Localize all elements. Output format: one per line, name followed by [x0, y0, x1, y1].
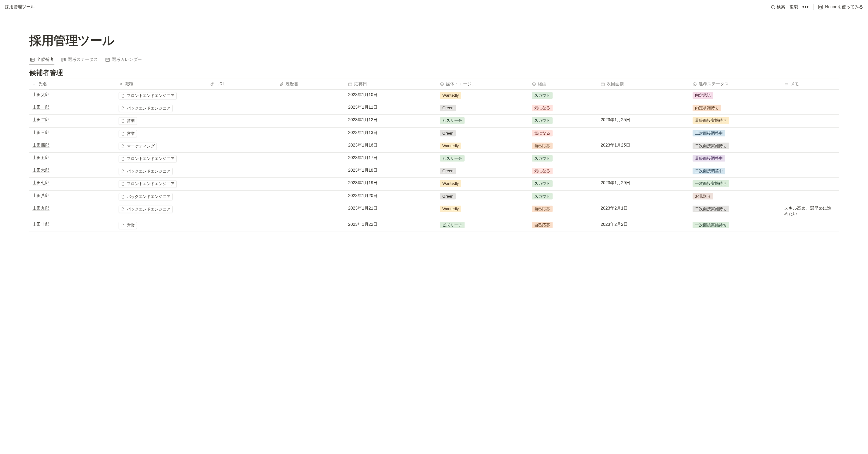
cell-apply-date[interactable]: 2023年1月11日 — [345, 102, 437, 115]
cell-resume[interactable] — [276, 140, 345, 152]
cell-media[interactable]: Green — [437, 127, 528, 140]
more-button[interactable]: ••• — [802, 4, 809, 10]
cell-status[interactable]: 最終面接調整中 — [689, 152, 781, 165]
role-chip[interactable]: 営業 — [119, 222, 137, 229]
table-row[interactable]: 山田四郎マーケティング2023年1月16日Wantedly自己応募2023年1月… — [29, 140, 839, 152]
cell-status[interactable]: 最終面接実施待ち — [689, 115, 781, 127]
cell-memo[interactable] — [781, 102, 839, 115]
role-chip[interactable]: バックエンドエンジニア — [119, 168, 173, 175]
cell-next-interview[interactable]: 2023年1月25日 — [597, 140, 689, 152]
col-header-apply-date[interactable]: 応募日 — [345, 79, 437, 90]
cell-media[interactable]: Wantedly — [437, 90, 528, 102]
col-header-memo[interactable]: メモ — [781, 79, 839, 90]
cell-apply-date[interactable]: 2023年1月16日 — [345, 140, 437, 152]
cell-url[interactable] — [207, 140, 276, 152]
cell-name[interactable]: 山田二郎 — [29, 115, 116, 127]
cell-memo[interactable] — [781, 115, 839, 127]
cell-apply-date[interactable]: 2023年1月13日 — [345, 127, 437, 140]
cell-status[interactable]: 二次面接調整中 — [689, 165, 781, 178]
cell-media[interactable]: Green — [437, 190, 528, 203]
cell-next-interview[interactable]: 2023年2月2日 — [597, 219, 689, 232]
cell-next-interview[interactable]: 2023年1月25日 — [597, 115, 689, 127]
cell-via[interactable]: 自己応募 — [529, 219, 597, 232]
table-row[interactable]: 山田八郎バックエンドエンジニア2023年1月20日Greenスカウトお見送り — [29, 190, 839, 203]
cell-status[interactable]: 内定承諾待ち — [689, 102, 781, 115]
tab-all-candidates[interactable]: 全候補者 — [29, 55, 54, 65]
cell-media[interactable]: ビズリーチ — [437, 152, 528, 165]
page-title[interactable]: 採用管理ツール — [29, 32, 839, 49]
cell-media[interactable]: ビズリーチ — [437, 219, 528, 232]
cell-url[interactable] — [207, 115, 276, 127]
col-header-media[interactable]: 媒体・エージ… — [437, 79, 528, 90]
cell-via[interactable]: スカウト — [529, 190, 597, 203]
cell-memo[interactable] — [781, 178, 839, 190]
cell-via[interactable]: スカウト — [529, 178, 597, 190]
cell-memo[interactable] — [781, 127, 839, 140]
cell-name[interactable]: 山田一郎 — [29, 102, 116, 115]
cell-resume[interactable] — [276, 165, 345, 178]
role-chip[interactable]: バックエンドエンジニア — [119, 105, 173, 112]
cell-role[interactable]: フロントエンドエンジニア — [116, 178, 207, 190]
role-chip[interactable]: バックエンドエンジニア — [119, 206, 173, 213]
col-header-name[interactable]: 氏名 — [29, 79, 116, 90]
cell-apply-date[interactable]: 2023年1月17日 — [345, 152, 437, 165]
cell-via[interactable]: 自己応募 — [529, 203, 597, 219]
cell-next-interview[interactable] — [597, 102, 689, 115]
cell-url[interactable] — [207, 127, 276, 140]
cell-name[interactable]: 山田三郎 — [29, 127, 116, 140]
tab-status[interactable]: 選考ステータス — [61, 55, 98, 65]
cell-name[interactable]: 山田六郎 — [29, 165, 116, 178]
role-chip[interactable]: 営業 — [119, 117, 137, 124]
cell-role[interactable]: 営業 — [116, 127, 207, 140]
cell-next-interview[interactable]: 2023年2月1日 — [597, 203, 689, 219]
cell-resume[interactable] — [276, 178, 345, 190]
col-header-via[interactable]: 経由 — [529, 79, 597, 90]
cell-name[interactable]: 山田七郎 — [29, 178, 116, 190]
cell-memo[interactable] — [781, 165, 839, 178]
cell-resume[interactable] — [276, 203, 345, 219]
cell-apply-date[interactable]: 2023年1月20日 — [345, 190, 437, 203]
table-row[interactable]: 山田一郎バックエンドエンジニア2023年1月11日Green気になる内定承諾待ち — [29, 102, 839, 115]
cell-apply-date[interactable]: 2023年1月19日 — [345, 178, 437, 190]
cell-apply-date[interactable]: 2023年1月12日 — [345, 115, 437, 127]
cell-via[interactable]: 気になる — [529, 102, 597, 115]
cell-media[interactable]: Green — [437, 165, 528, 178]
cell-memo[interactable] — [781, 190, 839, 203]
col-header-resume[interactable]: 履歴書 — [276, 79, 345, 90]
table-row[interactable]: 山田六郎バックエンドエンジニア2023年1月18日Green気になる二次面接調整… — [29, 165, 839, 178]
cell-via[interactable]: スカウト — [529, 115, 597, 127]
cell-url[interactable] — [207, 219, 276, 232]
cell-role[interactable]: マーケティング — [116, 140, 207, 152]
cell-resume[interactable] — [276, 127, 345, 140]
cell-apply-date[interactable]: 2023年1月21日 — [345, 203, 437, 219]
cell-status[interactable]: 内定承諾 — [689, 90, 781, 102]
cell-role[interactable]: バックエンドエンジニア — [116, 165, 207, 178]
cell-next-interview[interactable]: 2023年1月29日 — [597, 178, 689, 190]
cell-media[interactable]: Wantedly — [437, 203, 528, 219]
cell-apply-date[interactable]: 2023年1月22日 — [345, 219, 437, 232]
table-row[interactable]: 山田太郎フロントエンドエンジニア2023年1月10日Wantedlyスカウト内定… — [29, 90, 839, 102]
cell-name[interactable]: 山田十郎 — [29, 219, 116, 232]
cell-resume[interactable] — [276, 90, 345, 102]
role-chip[interactable]: フロントエンドエンジニア — [119, 155, 177, 163]
cell-role[interactable]: フロントエンドエンジニア — [116, 90, 207, 102]
cell-role[interactable]: バックエンドエンジニア — [116, 203, 207, 219]
col-header-next-interview[interactable]: 次回面接 — [597, 79, 689, 90]
cell-role[interactable]: 営業 — [116, 219, 207, 232]
cell-resume[interactable] — [276, 190, 345, 203]
cell-next-interview[interactable] — [597, 165, 689, 178]
cell-name[interactable]: 山田九郎 — [29, 203, 116, 219]
cell-next-interview[interactable] — [597, 90, 689, 102]
cell-role[interactable]: フロントエンドエンジニア — [116, 152, 207, 165]
cell-name[interactable]: 山田五郎 — [29, 152, 116, 165]
cell-resume[interactable] — [276, 152, 345, 165]
cell-memo[interactable] — [781, 90, 839, 102]
cell-role[interactable]: バックエンドエンジニア — [116, 102, 207, 115]
cell-via[interactable]: スカウト — [529, 90, 597, 102]
cell-memo[interactable] — [781, 219, 839, 232]
cell-status[interactable]: 一次面接実施待ち — [689, 219, 781, 232]
cell-media[interactable]: Green — [437, 102, 528, 115]
cell-resume[interactable] — [276, 115, 345, 127]
cell-via[interactable]: スカウト — [529, 152, 597, 165]
table-row[interactable]: 山田五郎フロントエンドエンジニア2023年1月17日ビズリーチスカウト最終面接調… — [29, 152, 839, 165]
